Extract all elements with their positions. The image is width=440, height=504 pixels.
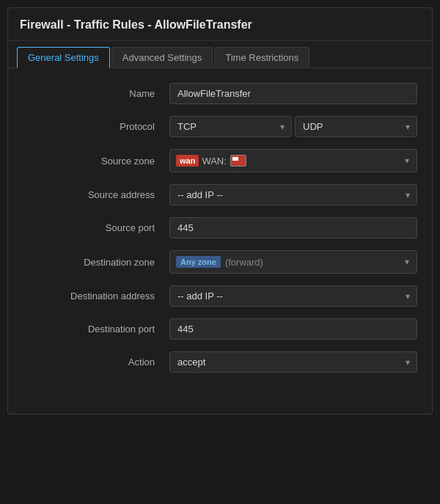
- action-label: Action: [23, 357, 169, 368]
- destination-zone-label: Destination zone: [23, 257, 169, 268]
- source-address-label: Source address: [23, 189, 169, 200]
- destination-zone-control: Any zone (forward): [169, 250, 417, 274]
- destination-port-label: Destination port: [23, 324, 169, 335]
- destination-address-select[interactable]: -- add IP --: [169, 285, 417, 307]
- source-zone-dropdown[interactable]: wan WAN:: [169, 149, 417, 172]
- destination-zone-dropdown[interactable]: Any zone (forward): [169, 250, 417, 274]
- source-address-row: Source address -- add IP --: [23, 184, 417, 205]
- wan-icon: [230, 155, 246, 167]
- page-title: Firewall - Traffic Rules - AllowFileTran…: [8, 8, 432, 41]
- source-zone-control: wan WAN:: [169, 149, 417, 172]
- source-address-select[interactable]: -- add IP --: [169, 184, 417, 205]
- destination-zone-forward: (forward): [225, 257, 263, 268]
- protocol-row: Protocol TCP UDP: [23, 116, 417, 137]
- source-address-control: -- add IP --: [169, 184, 417, 205]
- tab-general[interactable]: General Settings: [17, 47, 110, 68]
- name-input[interactable]: [169, 83, 417, 104]
- destination-address-control: -- add IP --: [169, 285, 417, 307]
- source-address-wrapper: -- add IP --: [169, 184, 417, 205]
- destination-address-label: Destination address: [23, 291, 169, 302]
- source-port-control: [169, 217, 417, 238]
- form-body: Name Protocol TCP UDP: [8, 68, 432, 399]
- tab-bar: General Settings Advanced Settings Time …: [8, 41, 432, 68]
- protocol-tcp-wrapper: TCP: [169, 116, 292, 137]
- protocol-udp-select[interactable]: UDP: [295, 116, 417, 137]
- action-control: accept drop reject: [169, 351, 417, 373]
- destination-zone-row: Destination zone Any zone (forward): [23, 250, 417, 274]
- name-label: Name: [23, 88, 169, 99]
- protocol-tcp-select[interactable]: TCP: [169, 116, 292, 137]
- destination-port-input[interactable]: [169, 318, 417, 340]
- source-zone-text: WAN:: [202, 155, 246, 167]
- source-zone-label: Source zone: [23, 156, 169, 167]
- name-row: Name: [23, 83, 417, 104]
- name-control: [169, 83, 417, 104]
- any-zone-tag: Any zone: [176, 256, 221, 268]
- tab-advanced[interactable]: Advanced Settings: [111, 47, 213, 67]
- protocol-label: Protocol: [23, 121, 169, 132]
- action-wrapper: accept drop reject: [169, 351, 417, 373]
- source-port-row: Source port: [23, 217, 417, 238]
- source-zone-tag: wan: [176, 155, 199, 167]
- protocol-control: TCP UDP: [169, 116, 417, 137]
- destination-port-control: [169, 318, 417, 340]
- action-select[interactable]: accept drop reject: [169, 351, 417, 373]
- destination-address-row: Destination address -- add IP --: [23, 285, 417, 307]
- action-row: Action accept drop reject: [23, 351, 417, 373]
- protocol-udp-wrapper: UDP: [295, 116, 417, 137]
- source-port-label: Source port: [23, 222, 169, 233]
- destination-address-wrapper: -- add IP --: [169, 285, 417, 307]
- tab-time-restrictions[interactable]: Time Restrictions: [214, 47, 309, 67]
- destination-port-row: Destination port: [23, 318, 417, 340]
- main-container: Firewall - Traffic Rules - AllowFileTran…: [7, 7, 433, 414]
- source-port-input[interactable]: [169, 217, 417, 238]
- source-zone-row: Source zone wan WAN:: [23, 149, 417, 172]
